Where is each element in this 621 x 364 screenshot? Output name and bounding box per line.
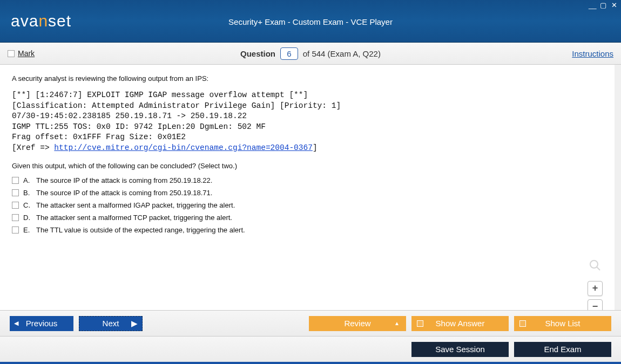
chevron-up-icon: ▲ <box>394 320 400 326</box>
minimize-icon[interactable]: __ <box>589 1 596 9</box>
previous-label: Previous <box>26 319 57 328</box>
question-sub: Given this output, which of the followin… <box>12 162 603 170</box>
option-text: The source IP of the attack is coming fr… <box>36 189 212 197</box>
question-body: A security analyst is reviewing the foll… <box>0 65 621 310</box>
ips-line: [Xref => <box>12 143 54 152</box>
show-answer-button[interactable]: Show Answer <box>411 316 509 331</box>
ips-line: 07/30-19:45:02.238185 250.19.18.71 -> 25… <box>12 112 247 120</box>
option-letter: A. <box>23 176 32 184</box>
nav-bar: ◀ Previous Next ▶ Review ▲ Show Answer S… <box>0 310 621 336</box>
option-checkbox[interactable] <box>12 226 19 233</box>
review-label: Review <box>344 319 370 328</box>
maximize-icon[interactable]: ▢ <box>599 1 607 9</box>
options-list: A. The source IP of the attack is coming… <box>12 176 603 234</box>
window-title: Security+ Exam - Custom Exam - VCE Playe… <box>0 17 621 26</box>
question-of-text: of 544 (Exam A, Q22) <box>303 49 381 58</box>
show-list-label: Show List <box>545 319 580 328</box>
option-letter: B. <box>23 189 32 197</box>
option-letter: D. <box>23 214 32 222</box>
zoom-in-button[interactable]: + <box>588 281 603 296</box>
question-position: Question 6 of 544 (Exam A, Q22) <box>0 47 621 60</box>
option-checkbox[interactable] <box>12 214 19 221</box>
show-list-checkbox[interactable] <box>519 320 526 327</box>
brand-logo: avanset <box>0 12 71 30</box>
option-text: The attacker sent a malformed TCP packet… <box>36 214 232 222</box>
bottom-bar: Save Session End Exam <box>0 336 621 362</box>
option-c[interactable]: C. The attacker sent a malformed IGAP pa… <box>12 201 603 209</box>
previous-button[interactable]: ◀ Previous <box>10 316 73 331</box>
option-e[interactable]: E. The TTL value is outside of the expec… <box>12 226 603 234</box>
option-checkbox[interactable] <box>12 189 19 196</box>
show-answer-label: Show Answer <box>436 319 485 328</box>
brand-part-1: ava <box>11 12 38 30</box>
brand-part-2: n <box>38 12 48 30</box>
chevron-left-icon: ◀ <box>14 320 18 327</box>
option-checkbox[interactable] <box>12 177 19 184</box>
base-accent-line <box>0 362 621 364</box>
end-exam-button[interactable]: End Exam <box>514 342 611 357</box>
ips-line: [**] [1:2467:7] EXPLOIT IGMP IGAP messag… <box>12 91 308 99</box>
review-button[interactable]: Review ▲ <box>309 316 406 331</box>
option-text: The attacker sent a malformed IGAP packe… <box>36 201 235 209</box>
question-stem: A security analyst is reviewing the foll… <box>12 74 603 83</box>
svg-line-1 <box>597 267 600 270</box>
ips-output: [**] [1:2467:7] EXPLOIT IGMP IGAP messag… <box>12 90 603 153</box>
instructions-link[interactable]: Instructions <box>572 49 613 58</box>
ips-line: [Classification: Attempted Administrator… <box>12 101 341 110</box>
option-a[interactable]: A. The source IP of the attack is coming… <box>12 176 603 184</box>
close-icon[interactable]: ✕ <box>610 1 618 9</box>
mark-label: Mark <box>18 49 35 58</box>
question-header: Mark Question 6 of 544 (Exam A, Q22) Ins… <box>0 43 621 65</box>
window-controls: __ ▢ ✕ <box>589 1 618 9</box>
search-icon[interactable] <box>589 259 602 272</box>
question-word: Question <box>240 49 275 58</box>
option-letter: C. <box>23 201 32 209</box>
question-number-box[interactable]: 6 <box>280 47 298 60</box>
ips-line: Frag offset: 0x1FFF Frag Size: 0x01E2 <box>12 133 186 141</box>
mark-control[interactable]: Mark <box>8 49 35 58</box>
show-list-button[interactable]: Show List <box>514 316 611 331</box>
option-text: The source IP of the attack is coming fr… <box>36 176 212 184</box>
mark-checkbox[interactable] <box>8 50 15 57</box>
ips-line: IGMP TTL:255 TOS: 0x0 ID: 9742 IpLen:20 … <box>12 122 266 131</box>
chevron-right-icon: ▶ <box>131 319 138 328</box>
option-b[interactable]: B. The source IP of the attack is coming… <box>12 189 603 197</box>
option-text: The TTL value is outside of the expected… <box>36 226 245 234</box>
ips-line: ] <box>313 143 318 152</box>
brand-part-3: set <box>48 12 71 30</box>
cve-link[interactable]: http://cve.mitre.org/cgi-bin/cvename.cgi… <box>54 143 313 152</box>
title-bar: avanset Security+ Exam - Custom Exam - V… <box>0 0 621 43</box>
zoom-controls: + − <box>588 259 603 310</box>
option-d[interactable]: D. The attacker sent a malformed TCP pac… <box>12 214 603 222</box>
next-label: Next <box>103 319 119 328</box>
option-checkbox[interactable] <box>12 202 19 209</box>
show-answer-checkbox[interactable] <box>417 320 423 327</box>
svg-point-0 <box>590 260 598 268</box>
zoom-out-button[interactable]: − <box>588 299 603 310</box>
save-session-button[interactable]: Save Session <box>411 342 509 357</box>
option-letter: E. <box>23 226 32 234</box>
next-button[interactable]: Next ▶ <box>79 316 143 331</box>
